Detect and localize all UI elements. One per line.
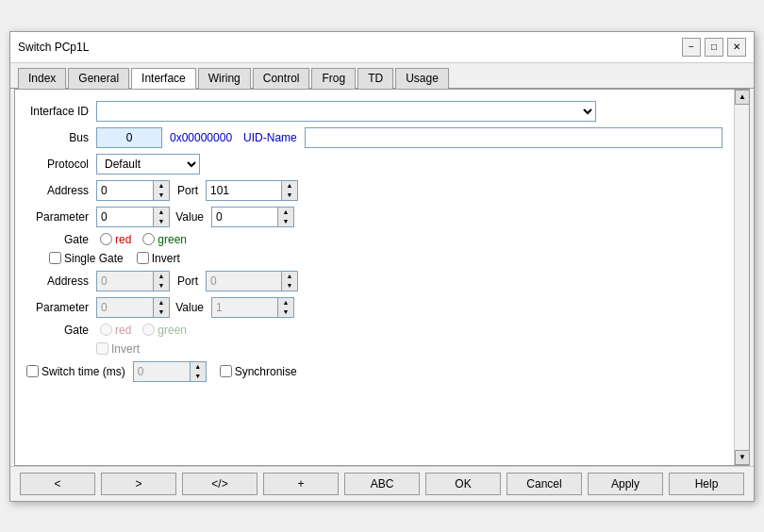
port-input-2[interactable] [206,271,281,291]
maximize-button[interactable]: □ [705,38,723,57]
port-label-2: Port [174,274,202,288]
address-spinner-btns-2: ▲ ▼ [153,271,170,291]
code-button[interactable]: </> [182,473,257,495]
scrollbar-down-btn[interactable]: ▼ [735,450,750,465]
single-gate-checkbox-label[interactable]: Single Gate [49,252,124,265]
prev-button[interactable]: < [20,473,95,495]
parameter-down-btn[interactable]: ▼ [154,217,169,226]
invert-checkbox-1[interactable] [137,252,149,264]
protocol-combo[interactable]: Default [96,154,200,175]
value-label: Value [174,210,208,224]
address-port-row-2: Address ▲ ▼ Port ▲ ▼ [26,271,722,291]
help-button[interactable]: Help [669,473,744,495]
switch-time-spinner: ▲ ▼ [133,361,207,382]
tab-td[interactable]: TD [357,68,393,89]
address-input[interactable] [96,180,153,201]
abc-button[interactable]: ABC [344,473,420,495]
gate-row-2: Gate red green [26,324,722,337]
gate-red-radio-2[interactable] [100,324,112,336]
parameter-spinner-2: ▲ ▼ [96,297,170,318]
switch-time-up-btn[interactable]: ▲ [191,362,206,372]
address-label: Address [26,184,92,197]
address-up-btn-2[interactable]: ▲ [154,272,169,281]
single-gate-checkbox[interactable] [49,252,61,264]
value-down-btn-2[interactable]: ▼ [278,308,293,317]
value-spinner-2: ▲ ▼ [211,297,294,318]
value-input[interactable] [211,207,277,227]
value-up-btn[interactable]: ▲ [278,208,293,217]
gate-green-label-1[interactable]: green [142,233,187,246]
uid-name-input[interactable] [305,127,722,148]
gate-green-radio-2[interactable] [142,324,155,336]
address-input-2[interactable] [96,271,153,291]
protocol-select[interactable]: Default [97,155,199,174]
tab-general[interactable]: General [68,68,129,89]
parameter-up-btn-2[interactable]: ▲ [154,298,169,308]
parameter-input[interactable] [96,207,153,227]
invert-checkbox-label-2[interactable]: Invert [96,342,140,356]
tab-interface[interactable]: Interface [131,68,196,89]
switch-time-down-btn[interactable]: ▼ [191,372,206,381]
value-down-btn[interactable]: ▼ [278,217,293,226]
gate-red-label-2[interactable]: red [100,324,131,337]
apply-button[interactable]: Apply [588,473,663,495]
switch-time-input[interactable] [133,361,190,382]
parameter-spinner-btns-2: ▲ ▼ [153,297,170,318]
tab-frog[interactable]: Frog [311,68,356,89]
address-up-btn[interactable]: ▲ [154,181,169,191]
address-down-btn-2[interactable]: ▼ [154,281,169,291]
port-up-btn-2[interactable]: ▲ [282,272,297,281]
parameter-up-btn[interactable]: ▲ [154,208,169,217]
cancel-button[interactable]: Cancel [507,473,582,495]
scrollbar-up-btn[interactable]: ▲ [735,90,750,105]
gate-green-radio-1[interactable] [142,233,155,245]
scrollbar: ▲ ▼ [734,90,749,465]
address-down-btn[interactable]: ▼ [154,191,169,200]
tab-usage[interactable]: Usage [395,68,449,89]
switch-time-label: Switch time (ms) [42,365,125,378]
uid-name-label: UID-Name [243,131,297,144]
gate-red-label-1[interactable]: red [100,233,131,246]
port-up-btn[interactable]: ▲ [282,181,297,191]
bus-input[interactable]: 0 [96,127,162,148]
parameter-input-2[interactable] [96,297,153,318]
gate-green-text-1: green [158,233,187,246]
tab-index[interactable]: Index [18,68,66,89]
gate-label-2: Gate [26,324,92,337]
port-input[interactable] [206,180,281,201]
title-bar: Switch PCp1L − □ ✕ [10,32,754,63]
invert-row-2: Invert [26,342,722,356]
minimize-button[interactable]: − [682,38,701,57]
parameter-label-2: Parameter [26,301,92,314]
gate-green-text-2: green [158,324,187,337]
value-input-2[interactable] [211,297,277,318]
close-button[interactable]: ✕ [727,38,746,57]
port-spinner-2: ▲ ▼ [206,271,298,291]
parameter-spinner-btns: ▲ ▼ [153,207,170,227]
invert-checkbox-label-1[interactable]: Invert [137,252,180,265]
value-up-btn-2[interactable]: ▲ [278,298,293,308]
gate-green-label-2[interactable]: green [142,324,187,337]
bus-label: Bus [26,131,92,144]
scrollbar-track[interactable] [735,105,749,450]
gate-radio-group-1: red green [100,233,187,246]
switch-time-checkbox[interactable] [26,365,39,377]
ok-button[interactable]: OK [425,473,501,495]
add-button[interactable]: + [263,473,339,495]
port-down-btn-2[interactable]: ▼ [282,281,297,291]
interface-id-combo[interactable] [96,101,596,122]
interface-id-select[interactable] [97,102,595,121]
switch-time-checkbox-label[interactable]: Switch time (ms) [26,365,125,378]
synchronise-checkbox[interactable] [220,365,232,377]
invert-label-1: Invert [152,252,180,265]
parameter-down-btn-2[interactable]: ▼ [154,308,169,317]
next-button[interactable]: > [101,473,176,495]
invert-checkbox-2[interactable] [96,342,108,355]
tab-control[interactable]: Control [253,68,310,89]
gate-red-text-1: red [115,233,131,246]
tab-wiring[interactable]: Wiring [198,68,251,89]
synchronise-checkbox-label[interactable]: Synchronise [220,365,297,378]
gate-red-radio-1[interactable] [100,233,112,245]
parameter-label: Parameter [26,210,92,224]
port-down-btn[interactable]: ▼ [282,191,297,200]
